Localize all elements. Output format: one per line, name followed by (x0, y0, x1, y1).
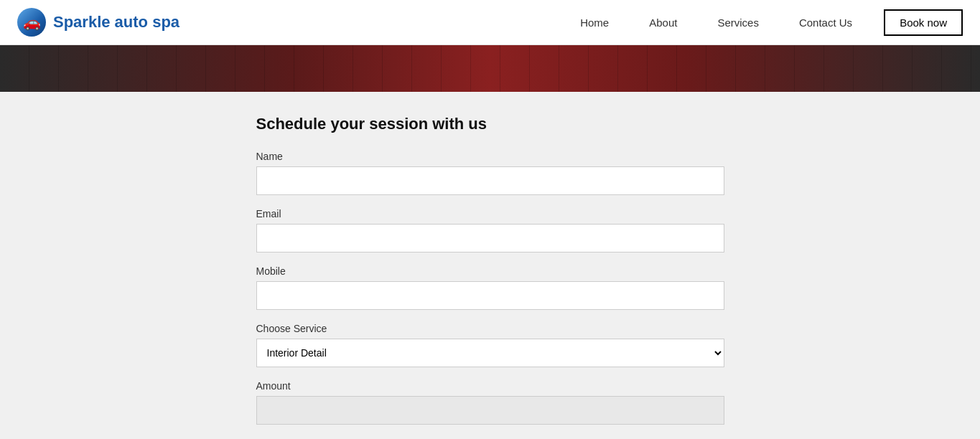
service-select[interactable]: Interior Detail Exterior Detail Full Det… (256, 339, 724, 367)
booking-form: Name Email Mobile Choose Service Interio… (256, 151, 724, 439)
service-label: Choose Service (256, 323, 724, 334)
logo-link[interactable]: Sparkle auto spa (17, 8, 179, 37)
amount-label: Amount (256, 380, 724, 392)
nav-contact[interactable]: Contact Us (779, 0, 872, 45)
amount-input (256, 396, 724, 425)
nav-services[interactable]: Services (697, 0, 779, 45)
logo-text: Sparkle auto spa (53, 13, 179, 32)
name-group: Name (256, 151, 724, 195)
name-label: Name (256, 151, 724, 162)
form-container: Schedule your session with us Name Email… (239, 115, 742, 439)
form-title: Schedule your session with us (256, 115, 724, 133)
service-group: Choose Service Interior Detail Exterior … (256, 323, 724, 367)
nav-links: Home About Services Contact Us Book now (560, 0, 963, 45)
email-label: Email (256, 208, 724, 220)
logo-icon (17, 8, 46, 37)
main-content: Schedule your session with us Name Email… (0, 92, 980, 439)
name-input[interactable] (256, 166, 724, 195)
nav-home[interactable]: Home (560, 0, 629, 45)
email-input[interactable] (256, 224, 724, 252)
navbar: Sparkle auto spa Home About Services Con… (0, 0, 980, 45)
hero-image-strip (0, 45, 980, 92)
mobile-label: Mobile (256, 265, 724, 277)
mobile-group: Mobile (256, 265, 724, 310)
nav-about[interactable]: About (629, 0, 697, 45)
amount-group: Amount (256, 380, 724, 425)
email-group: Email (256, 208, 724, 252)
mobile-input[interactable] (256, 281, 724, 310)
book-now-button[interactable]: Book now (884, 9, 963, 36)
